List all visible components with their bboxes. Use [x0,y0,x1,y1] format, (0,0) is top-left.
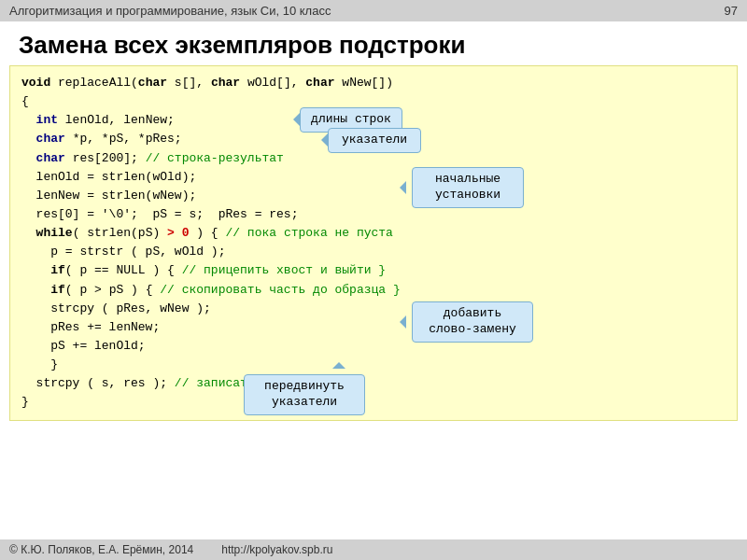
code-line-10: p = strstr ( pS, wOld ); [21,243,726,261]
top-bar: Алгоритмизация и программирование, язык … [0,0,747,21]
code-line-6: lenOld = strlen(wOld); [21,168,726,187]
code-line-7: lenNew = strlen(wNew); [21,187,726,205]
code-line-15: pS += lenOld; [21,337,726,356]
callout-move-ptrs: передвинуть указатели [244,374,365,415]
code-line-18: } [21,393,726,412]
callout-pointers: указатели [328,128,421,153]
code-line-12: if( p > pS ) { // скопировать часть до о… [21,281,726,300]
code-line-8: res[0] = '\0'; pS = s; pRes = res; [21,205,726,224]
page-title-area: Замена всех экземпляров подстроки [0,21,747,65]
page-title: Замена всех экземпляров подстроки [19,31,728,60]
code-line-14: pRes += lenNew; [21,318,726,337]
code-line-1: void replaceAll(char s[], char wOld[], c… [21,74,726,92]
code-area: void replaceAll(char s[], char wOld[], c… [9,65,738,421]
footer-copyright: © К.Ю. Поляков, Е.А. Ерёмин, 2014 [9,543,193,556]
code-line-13: strcpy ( pRes, wNew ); [21,300,726,318]
code-line-11: if( p == NULL ) { // прицепить хвост и в… [21,261,726,280]
code-line-17: strcpy ( s, res ); // записать результат… [21,374,726,393]
callout-initial: начальные установки [412,167,524,208]
footer: © К.Ю. Поляков, Е.А. Ерёмин, 2014 http:/… [0,539,747,560]
code-line-9: while( strlen(pS) > 0 ) { // пока строка… [21,224,726,243]
callout-add-word: добавить слово-замену [412,301,533,343]
footer-url: http://kpolyakov.spb.ru [221,543,332,556]
page-number: 97 [725,4,738,18]
code-line-16: } [21,356,726,374]
subject-label: Алгоритмизация и программирование, язык … [9,4,331,18]
